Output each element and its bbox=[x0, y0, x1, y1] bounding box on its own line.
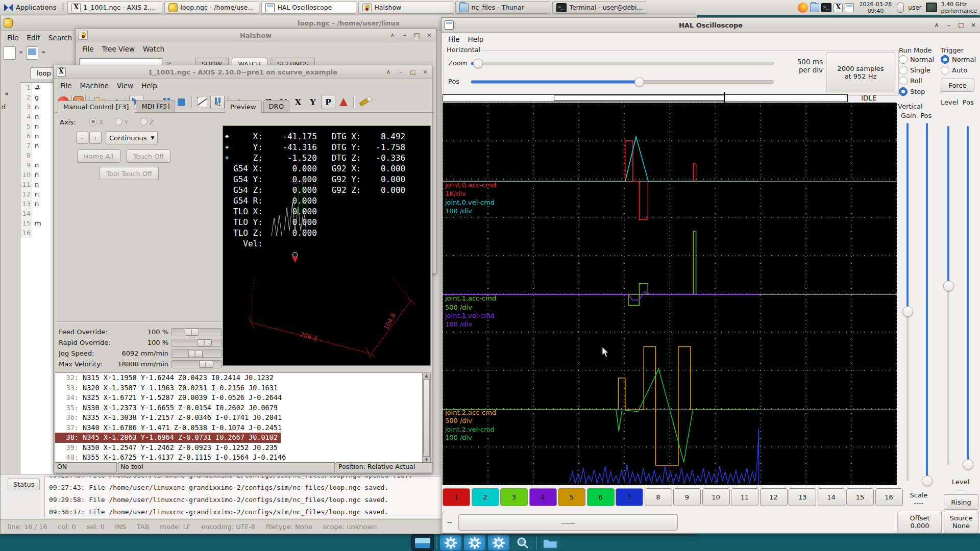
taskbar-window-button[interactable]: Halshow bbox=[358, 1, 453, 14]
tab-dro[interactable]: DRO bbox=[263, 100, 289, 112]
channel-button-4[interactable]: 4 bbox=[529, 488, 557, 506]
gain-slider-thumb[interactable] bbox=[902, 306, 913, 317]
radio-normal[interactable]: Normal bbox=[941, 54, 978, 65]
maximize-icon[interactable]: □ bbox=[958, 21, 965, 29]
back-icon[interactable]: ◂ bbox=[5, 90, 8, 97]
menu-edit[interactable]: Edit bbox=[23, 32, 44, 43]
home-all-button[interactable]: Home All bbox=[77, 149, 120, 163]
slider-thumb[interactable] bbox=[185, 329, 199, 336]
window-tray-icon[interactable] bbox=[845, 3, 854, 12]
taskbar-window-button[interactable]: nc_files - Thunar bbox=[455, 1, 550, 14]
taskbar-window-button[interactable]: X1_1001.ngc - AXIS 2.10.... bbox=[67, 1, 162, 14]
trigger-pos-slider-thumb[interactable] bbox=[963, 459, 973, 470]
channel-button-13[interactable]: 13 bbox=[789, 488, 816, 506]
applications-menu[interactable]: Applications bbox=[0, 3, 60, 12]
override-slider[interactable] bbox=[172, 360, 222, 368]
search-icon[interactable] bbox=[512, 535, 533, 550]
preview-panel[interactable]: 206.2 104.8 ⌖ X: -41.175 DTG X: 8.492⌖ Y… bbox=[223, 126, 431, 366]
menu-tree-view[interactable]: Tree View bbox=[99, 43, 138, 55]
menu-help[interactable]: Help bbox=[138, 80, 161, 91]
menu-file[interactable]: File bbox=[57, 80, 76, 91]
slider-thumb[interactable] bbox=[188, 350, 203, 357]
tab-manual-control-f3-[interactable]: Manual Control [F3] bbox=[58, 101, 134, 113]
clock[interactable]: 2026-03-28 09:40 bbox=[859, 1, 892, 14]
jog-mode-select[interactable]: Continuous ▼ bbox=[106, 131, 158, 144]
trigger-edge-button[interactable]: Rising bbox=[944, 494, 978, 510]
scope-window-controls[interactable]: ∧ – □ × bbox=[933, 21, 977, 29]
taskbar-window-button[interactable]: HAL Oscilloscope bbox=[261, 1, 356, 14]
new-file-icon[interactable] bbox=[4, 46, 16, 60]
axis-titlebar[interactable]: X 1_1001.ngc - AXIS 2.10.0~pre1 on scurv… bbox=[54, 65, 432, 79]
menu-watch[interactable]: Watch bbox=[139, 43, 168, 55]
close-icon[interactable]: × bbox=[970, 21, 977, 29]
zoom-slider[interactable] bbox=[471, 62, 774, 65]
channel-button-9[interactable]: 9 bbox=[673, 488, 701, 506]
channel-button-2[interactable]: 2 bbox=[472, 488, 499, 506]
gcode-line[interactable]: 38:N345 X-1.2863 Y-1.6964 Z-0.0731 I0.26… bbox=[55, 433, 281, 443]
jog-minus-button[interactable]: - bbox=[76, 132, 88, 144]
tab-mdi-f5-[interactable]: MDI [F5] bbox=[136, 100, 175, 112]
axis-radio-y[interactable]: Y bbox=[115, 118, 129, 126]
pos-slider[interactable] bbox=[471, 80, 774, 84]
tab-preview[interactable]: Preview bbox=[225, 101, 262, 113]
display-icon[interactable] bbox=[926, 3, 937, 12]
menu-help[interactable]: Help bbox=[464, 34, 487, 45]
gear-icon[interactable] bbox=[464, 535, 485, 550]
halshow-titlebar[interactable]: Halshow ∧ – □ × bbox=[76, 29, 436, 42]
close-icon[interactable]: × bbox=[422, 68, 429, 76]
halshow-window-controls[interactable]: ∧ – □ × bbox=[389, 32, 433, 39]
radio-stop[interactable]: Stop bbox=[899, 86, 940, 97]
menu-machine[interactable]: Machine bbox=[77, 80, 113, 91]
menu-file[interactable]: File bbox=[445, 34, 463, 45]
gcode-listing[interactable]: 32:N315 X-1.1958 Y-1.6244 Z0.0423 I0.241… bbox=[55, 372, 424, 464]
channel-button-7[interactable]: 7 bbox=[616, 488, 643, 506]
zoom-slider-thumb[interactable] bbox=[473, 59, 483, 68]
shade-icon[interactable]: ∧ bbox=[389, 32, 396, 39]
gcode-line[interactable]: 39:N350 X-1.2547 Y-1.2462 Z-0.0923 I-0.1… bbox=[55, 443, 281, 453]
radio-auto[interactable]: Auto bbox=[941, 65, 978, 76]
tool-touch-off-button[interactable]: Tool Touch Off bbox=[100, 167, 159, 180]
gcode-line[interactable]: 32:N315 X-1.1958 Y-1.6244 Z0.0423 I0.241… bbox=[55, 373, 277, 383]
shade-icon[interactable]: ∧ bbox=[933, 21, 940, 29]
menu-search[interactable]: Search bbox=[45, 32, 76, 43]
gcode-line[interactable]: 36:N335 X-1.3038 Y-1.2157 Z-0.0346 I-0.1… bbox=[55, 413, 285, 423]
override-slider[interactable] bbox=[172, 349, 222, 358]
channel-button-1[interactable]: 1 bbox=[443, 488, 470, 506]
scroll-up-icon[interactable]: ▲ bbox=[423, 373, 430, 379]
trigger-level-slider-thumb[interactable] bbox=[943, 281, 954, 291]
record-bar[interactable] bbox=[443, 94, 848, 102]
firefox-icon[interactable] bbox=[798, 3, 808, 13]
offset-button[interactable]: Offset0.000 bbox=[898, 511, 942, 533]
gcode-line[interactable]: 33:N320 X-1.3587 Y-1.1963 Z0.0231 I-0.21… bbox=[55, 383, 281, 393]
scope-titlebar[interactable]: HAL Oscilloscope ∧ – □ × bbox=[442, 18, 980, 33]
scrollbar-thumb[interactable] bbox=[423, 379, 430, 457]
channel-button-15[interactable]: 15 bbox=[846, 488, 874, 506]
trigger-source-button[interactable]: SourceNone bbox=[944, 511, 978, 533]
override-slider[interactable] bbox=[172, 339, 222, 347]
force-button[interactable]: Force bbox=[941, 79, 974, 92]
axis-tray-icon[interactable]: X bbox=[834, 3, 843, 12]
axis-window-controls[interactable]: ∧ – □ × bbox=[385, 68, 429, 76]
vertical-pos-slider-thumb[interactable] bbox=[922, 475, 933, 486]
slider-thumb[interactable] bbox=[199, 361, 213, 368]
gcode-line[interactable]: 34:N325 X-1.6721 Y-1.5287 Z0.0039 I-0.05… bbox=[55, 393, 285, 403]
gcode-line[interactable]: 40:N355 X-1.6725 Y-1.4137 Z-0.1115 I-0.1… bbox=[55, 453, 289, 463]
geany-editor[interactable]: 1#2g3n4n5n6n7n89n10n11n12n13n1415m16 bbox=[20, 82, 57, 476]
gcode-line[interactable]: 35:N330 X-1.2373 Y-1.6655 Z-0.0154 I0.26… bbox=[55, 403, 281, 413]
channel-button-10[interactable]: 10 bbox=[702, 488, 730, 506]
override-slider[interactable] bbox=[172, 328, 222, 336]
open-file-icon[interactable] bbox=[26, 46, 38, 60]
slider-thumb[interactable] bbox=[198, 339, 212, 346]
file-manager-icon[interactable] bbox=[810, 3, 819, 12]
gcode-line[interactable]: 37:N340 X-1.6786 Y-1.471 Z-0.0538 I-0.10… bbox=[55, 423, 285, 433]
pos-slider-thumb[interactable] bbox=[634, 77, 644, 87]
taskbar-window-button[interactable]: loop.ngc - /home/user/li... bbox=[164, 1, 259, 14]
open-file-caret-icon[interactable] bbox=[41, 52, 45, 56]
cpu-governor[interactable]: 3.40 GHz performance bbox=[941, 1, 977, 14]
axis-radio-x[interactable]: X bbox=[89, 118, 104, 126]
gear-icon[interactable] bbox=[488, 535, 509, 550]
taskbar-window-button[interactable]: >_Terminal - user@debian... bbox=[552, 1, 647, 14]
scope-plot[interactable]: joint.0.acc-cmd1K/divjoint.0.vel-cmd100 … bbox=[443, 103, 897, 485]
jog-plus-button[interactable]: + bbox=[89, 132, 102, 144]
channel-button-8[interactable]: 8 bbox=[645, 488, 672, 506]
